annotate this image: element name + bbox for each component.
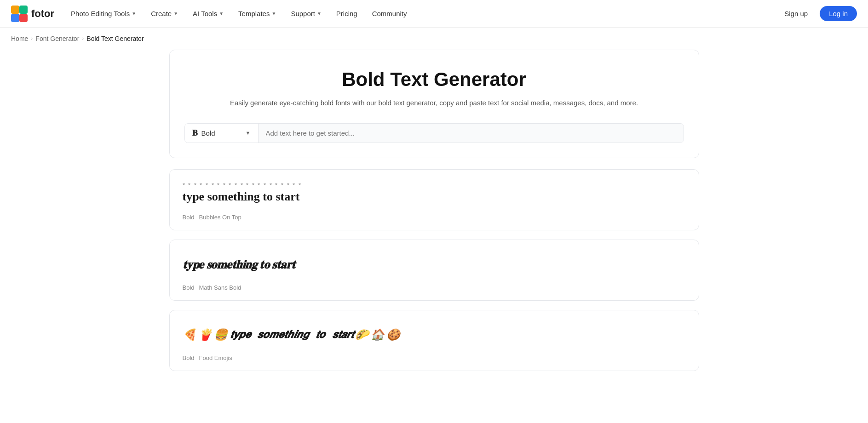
nav-ai-tools[interactable]: AI Tools ▼ xyxy=(187,6,229,21)
result-card-math-sans: 𝐭𝐲𝐩𝐞 𝐬𝐨𝐦𝐞𝐭𝐡𝐢𝐧𝐠 𝐭𝐨 𝐬𝐭𝐚𝐫𝐭 Bold Math Sans B… xyxy=(169,240,699,301)
breadcrumb-home[interactable]: Home xyxy=(11,35,28,42)
breadcrumb: Home › Font Generator › Bold Text Genera… xyxy=(0,28,868,50)
tag-food-emojis: Food Emojis xyxy=(199,354,232,361)
emoji-pizza: 🍕 xyxy=(183,328,196,342)
signup-button[interactable]: Sign up xyxy=(776,6,816,21)
breadcrumb-sep-1: › xyxy=(31,35,33,42)
fotor-logo-icon xyxy=(11,6,28,22)
bold-b-icon: 𝐁 xyxy=(192,128,198,138)
svg-rect-2 xyxy=(11,14,19,22)
tool-row: 𝐁 Bold ▼ xyxy=(184,123,684,143)
result-text-food-emojis: 🍕 🍟 🍔 𝙩𝙮𝙥𝙚 𝙨𝙤𝙢𝙚𝙩𝙝𝙞𝙣𝙜 𝙩𝙤 𝙨𝙩𝙖𝙧𝙩 🌮 🏠 🍪 xyxy=(183,328,400,342)
nav-create[interactable]: Create ▼ xyxy=(145,6,184,21)
chevron-down-icon: ▼ xyxy=(132,11,136,16)
emoji-taco: 🌮 xyxy=(355,328,369,342)
logo-link[interactable]: fotor xyxy=(11,6,54,22)
result-card-food-emojis: 🍕 🍟 🍔 𝙩𝙮𝙥𝙚 𝙨𝙤𝙢𝙚𝙩𝙝𝙞𝙣𝙜 𝙩𝙤 𝙨𝙩𝙖𝙧𝙩 🌮 🏠 🍪 Bold… xyxy=(169,310,699,371)
svg-rect-1 xyxy=(19,6,28,14)
nav-pricing[interactable]: Pricing xyxy=(331,6,363,21)
svg-rect-0 xyxy=(11,6,19,14)
result-tags-bubbles: Bold Bubbles On Top xyxy=(183,214,686,221)
nav-photo-editing-tools[interactable]: Photo Editing Tools ▼ xyxy=(65,6,142,21)
result-tags-math-sans: Bold Math Sans Bold xyxy=(183,284,686,291)
emoji-cookie: 🍪 xyxy=(386,328,400,342)
hero-card: Bold Text Generator Easily generate eye-… xyxy=(169,50,699,158)
main-content: Bold Text Generator Easily generate eye-… xyxy=(158,50,710,399)
nav-community[interactable]: Community xyxy=(367,6,413,21)
logo-text: fotor xyxy=(31,8,54,20)
nav-support[interactable]: Support ▼ xyxy=(285,6,327,21)
chevron-down-icon: ▼ xyxy=(271,11,276,16)
chevron-down-icon: ▼ xyxy=(317,11,322,16)
navbar: fotor Photo Editing Tools ▼ Create ▼ AI … xyxy=(0,0,868,28)
emoji-fries: 🍟 xyxy=(198,328,212,342)
result-card-bubbles: ᵒ ᵒ ᵒ ᵒ ᵒ ᵒ ᵒ ᵒ ᵒ ᵒ ᵒ ᵒ ᵒ ᵒ ᵒ ᵒ ᵒ ᵒ ᵒ ᵒ … xyxy=(169,169,699,230)
result-preview-math-sans: 𝐭𝐲𝐩𝐞 𝐬𝐨𝐦𝐞𝐭𝐡𝐢𝐧𝐠 𝐭𝐨 𝐬𝐭𝐚𝐫𝐭 xyxy=(183,251,686,279)
tag-bold: Bold xyxy=(183,214,195,221)
emoji-house: 🏠 xyxy=(371,328,385,342)
font-selector[interactable]: 𝐁 Bold ▼ xyxy=(185,124,259,143)
login-button[interactable]: Log in xyxy=(820,6,857,21)
food-bold-text: 𝙩𝙮𝙥𝙚 𝙨𝙤𝙢𝙚𝙩𝙝𝙞𝙣𝙜 𝙩𝙤 𝙨𝙩𝙖𝙧𝙩 xyxy=(230,329,353,341)
result-tags-food-emojis: Bold Food Emojis xyxy=(183,354,686,361)
tag-bold: Bold xyxy=(183,354,195,361)
nav-templates[interactable]: Templates ▼ xyxy=(233,6,282,21)
breadcrumb-sep-2: › xyxy=(82,35,84,42)
tag-math-sans-bold: Math Sans Bold xyxy=(199,284,241,291)
result-preview-food-emojis: 🍕 🍟 🍔 𝙩𝙮𝙥𝙚 𝙨𝙤𝙢𝙚𝙩𝙝𝙞𝙣𝙜 𝙩𝙤 𝙨𝙩𝙖𝙧𝙩 🌮 🏠 🍪 xyxy=(183,321,686,349)
hero-subtitle: Easily generate eye-catching bold fonts … xyxy=(184,98,684,109)
tag-bubbles-on-top: Bubbles On Top xyxy=(199,214,241,221)
chevron-down-icon: ▼ xyxy=(173,11,178,16)
text-input[interactable] xyxy=(259,124,684,143)
result-preview-bubbles: ᵒ ᵒ ᵒ ᵒ ᵒ ᵒ ᵒ ᵒ ᵒ ᵒ ᵒ ᵒ ᵒ ᵒ ᵒ ᵒ ᵒ ᵒ ᵒ ᵒ … xyxy=(183,181,686,208)
chevron-down-icon: ▼ xyxy=(219,11,224,16)
page-title: Bold Text Generator xyxy=(184,69,684,91)
chevron-down-icon: ▼ xyxy=(246,130,251,136)
breadcrumb-parent[interactable]: Font Generator xyxy=(35,35,79,42)
result-text-bubbles: type something to start xyxy=(183,186,302,208)
breadcrumb-current: Bold Text Generator xyxy=(86,35,144,42)
tag-bold: Bold xyxy=(183,284,195,291)
font-selector-label: Bold xyxy=(201,129,242,137)
svg-rect-3 xyxy=(19,14,28,22)
emoji-burger: 🍔 xyxy=(214,328,228,342)
result-text-math-sans: 𝐭𝐲𝐩𝐞 𝐬𝐨𝐦𝐞𝐭𝐡𝐢𝐧𝐠 𝐭𝐨 𝐬𝐭𝐚𝐫𝐭 xyxy=(183,258,295,272)
